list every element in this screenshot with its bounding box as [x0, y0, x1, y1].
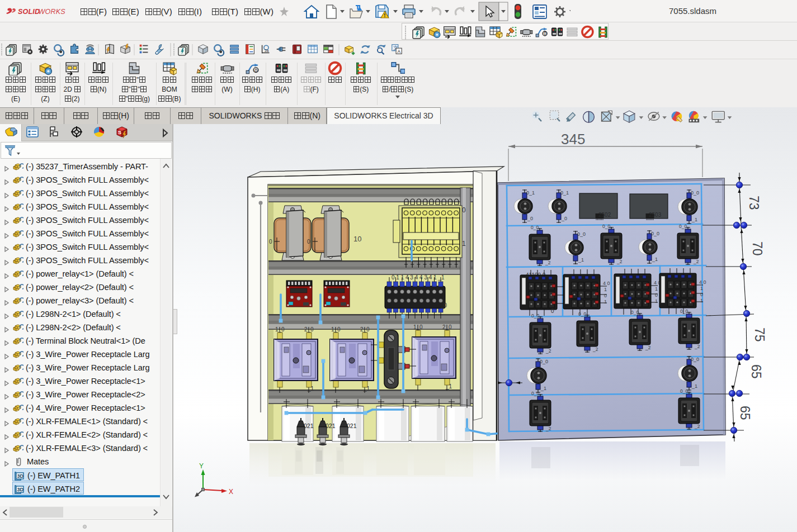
svg-text:0_0: 0_0: [531, 225, 539, 230]
svg-text:021: 021: [304, 422, 314, 429]
svg-text:4 0: 4 0: [699, 279, 706, 285]
svg-text:_2: _2: [616, 259, 622, 264]
svg-text:X: X: [229, 488, 233, 496]
svg-text:70: 70: [750, 241, 765, 256]
svg-text:0_0: 0_0: [578, 311, 586, 317]
svg-text:345: 345: [561, 131, 585, 148]
svg-text:2a: 2a: [265, 49, 269, 53]
svg-text:1: 1: [655, 298, 658, 304]
svg-text:_1: _1: [445, 383, 452, 390]
svg-text:0: 0: [462, 206, 466, 214]
svg-text:73: 73: [747, 196, 761, 210]
svg-text:0_1: 0_1: [560, 190, 569, 196]
svg-text:A: A: [397, 49, 400, 54]
svg-text:3D: 3D: [17, 473, 24, 479]
svg-text:1_0: 1_0: [331, 326, 341, 332]
svg-text:_2: _2: [694, 424, 700, 429]
svg-text:0_0: 0_0: [680, 308, 688, 314]
svg-text:2_0: 2_0: [442, 324, 452, 330]
svg-text:0: 0: [604, 293, 607, 298]
svg-text:021: 021: [347, 422, 357, 429]
svg-text:Y: Y: [199, 462, 204, 470]
svg-text:_0: _0: [527, 216, 533, 221]
svg-text:0: 0: [544, 31, 546, 36]
svg-text:10: 10: [353, 235, 361, 243]
svg-text:_0: _0: [440, 302, 447, 308]
svg-text:0_0: 0_0: [651, 231, 659, 236]
svg-text:_2: _2: [645, 345, 651, 350]
svg-text:3D: 3D: [17, 487, 24, 492]
svg-text:0_0: 0_0: [691, 357, 699, 362]
svg-text:0_1: 0_1: [526, 190, 535, 196]
svg-text:0: 0: [269, 239, 272, 245]
svg-text:2503: 2503: [649, 212, 662, 218]
svg-text:WORKS: WORKS: [39, 8, 66, 16]
svg-text:65: 65: [749, 364, 763, 379]
svg-text:1: 1: [604, 299, 607, 305]
svg-text:1: 1: [700, 298, 703, 303]
svg-text:2_0: 2_0: [360, 326, 370, 332]
svg-text:_1: _1: [578, 257, 584, 263]
svg-text:_1: _1: [691, 217, 697, 222]
svg-text:1: 1: [700, 286, 703, 291]
svg-text:1: 1: [462, 240, 466, 248]
svg-text:0_0: 0_0: [691, 190, 699, 196]
svg-text:S: S: [118, 130, 121, 135]
svg-text:_2: _2: [693, 259, 699, 264]
svg-text:0_0: 0_0: [680, 388, 688, 394]
svg-text:_2: _2: [592, 346, 598, 352]
svg-text:0_0: 0_0: [531, 391, 539, 396]
svg-text:021: 021: [326, 422, 336, 429]
svg-text:0_0: 0_0: [679, 224, 687, 229]
svg-text:0: 0: [551, 308, 554, 314]
svg-text:_2: _2: [545, 348, 551, 354]
svg-text:0: 0: [700, 292, 703, 297]
svg-text:_0: _0: [561, 216, 567, 221]
svg-text:0 1 1 4 3 4 4 3 4 1 _1: 0 1 1 4 3 4 4 3 4 1 _1: [392, 274, 445, 281]
svg-text:0_0: 0_0: [531, 313, 539, 319]
svg-text:_2: _2: [545, 426, 551, 431]
svg-text:1: 1: [655, 286, 658, 292]
svg-text:65: 65: [738, 406, 752, 420]
svg-text:4 0: 4 0: [603, 281, 610, 286]
svg-text:0_0: 0_0: [577, 231, 586, 237]
svg-text:0: 0: [307, 239, 310, 245]
svg-text:0: 0: [655, 292, 658, 298]
svg-text:0: 0: [254, 67, 258, 73]
svg-text:_2: _2: [545, 260, 551, 265]
svg-text:_1: _1: [691, 383, 697, 389]
svg-text:0_0: 0_0: [540, 359, 548, 364]
svg-text:_1: _1: [307, 386, 314, 392]
svg-text:75: 75: [752, 327, 767, 342]
svg-text:2502: 2502: [598, 212, 611, 218]
svg-text:0_0: 0_0: [631, 310, 639, 315]
svg-text:SOLID: SOLID: [18, 8, 40, 16]
svg-text:0_0: 0_0: [602, 224, 610, 229]
svg-text:_1: _1: [363, 386, 370, 392]
svg-text:1_0: 1_0: [275, 326, 285, 332]
svg-text:1: 1: [604, 287, 607, 292]
svg-text:1_0: 1_0: [413, 324, 423, 330]
svg-text:_1: _1: [652, 256, 658, 262]
svg-text:_2: _2: [694, 344, 700, 349]
svg-text:_1: _1: [540, 386, 546, 391]
svg-text:2_0: 2_0: [304, 326, 314, 332]
